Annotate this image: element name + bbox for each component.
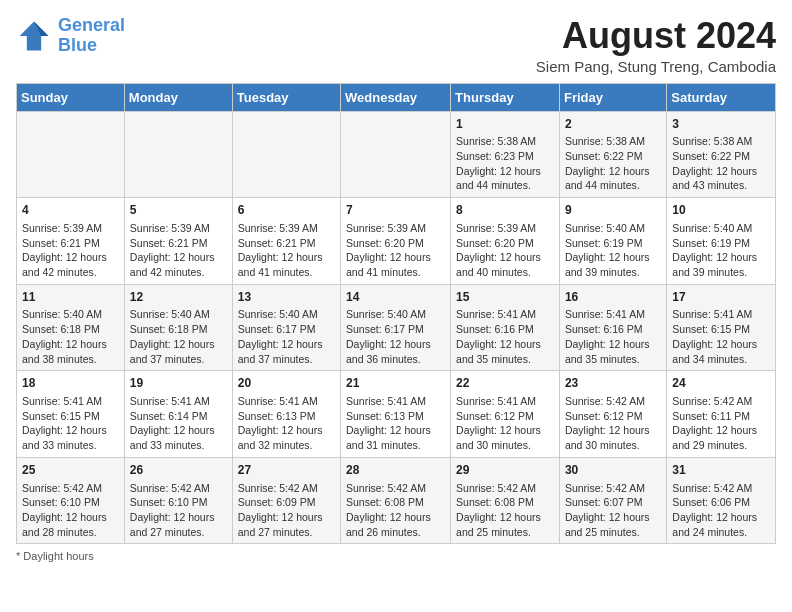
day-cell: 26Sunrise: 5:42 AM Sunset: 6:10 PM Dayli… (124, 457, 232, 544)
day-info: Sunrise: 5:41 AM Sunset: 6:15 PM Dayligh… (22, 394, 119, 453)
day-cell: 31Sunrise: 5:42 AM Sunset: 6:06 PM Dayli… (667, 457, 776, 544)
day-cell: 19Sunrise: 5:41 AM Sunset: 6:14 PM Dayli… (124, 371, 232, 458)
day-cell: 15Sunrise: 5:41 AM Sunset: 6:16 PM Dayli… (451, 284, 560, 371)
day-info: Sunrise: 5:42 AM Sunset: 6:09 PM Dayligh… (238, 481, 335, 540)
column-header-friday: Friday (559, 83, 666, 111)
day-number: 11 (22, 289, 119, 306)
day-cell: 30Sunrise: 5:42 AM Sunset: 6:07 PM Dayli… (559, 457, 666, 544)
page-header: General Blue August 2024 Siem Pang, Stun… (16, 16, 776, 75)
day-info: Sunrise: 5:41 AM Sunset: 6:16 PM Dayligh… (456, 307, 554, 366)
logo: General Blue (16, 16, 125, 56)
day-info: Sunrise: 5:39 AM Sunset: 6:21 PM Dayligh… (130, 221, 227, 280)
column-header-tuesday: Tuesday (232, 83, 340, 111)
day-number: 13 (238, 289, 335, 306)
day-cell: 24Sunrise: 5:42 AM Sunset: 6:11 PM Dayli… (667, 371, 776, 458)
day-info: Sunrise: 5:38 AM Sunset: 6:23 PM Dayligh… (456, 134, 554, 193)
day-number: 9 (565, 202, 661, 219)
day-info: Sunrise: 5:42 AM Sunset: 6:10 PM Dayligh… (22, 481, 119, 540)
day-number: 21 (346, 375, 445, 392)
day-cell: 7Sunrise: 5:39 AM Sunset: 6:20 PM Daylig… (341, 198, 451, 285)
day-cell: 28Sunrise: 5:42 AM Sunset: 6:08 PM Dayli… (341, 457, 451, 544)
day-cell: 14Sunrise: 5:40 AM Sunset: 6:17 PM Dayli… (341, 284, 451, 371)
day-number: 26 (130, 462, 227, 479)
title-block: August 2024 Siem Pang, Stung Treng, Camb… (536, 16, 776, 75)
day-number: 5 (130, 202, 227, 219)
day-cell: 17Sunrise: 5:41 AM Sunset: 6:15 PM Dayli… (667, 284, 776, 371)
day-cell: 9Sunrise: 5:40 AM Sunset: 6:19 PM Daylig… (559, 198, 666, 285)
day-number: 23 (565, 375, 661, 392)
day-info: Sunrise: 5:42 AM Sunset: 6:11 PM Dayligh… (672, 394, 770, 453)
day-cell: 4Sunrise: 5:39 AM Sunset: 6:21 PM Daylig… (17, 198, 125, 285)
day-cell (124, 111, 232, 198)
day-number: 31 (672, 462, 770, 479)
day-cell (341, 111, 451, 198)
day-info: Sunrise: 5:39 AM Sunset: 6:21 PM Dayligh… (22, 221, 119, 280)
day-info: Sunrise: 5:39 AM Sunset: 6:20 PM Dayligh… (456, 221, 554, 280)
day-number: 3 (672, 116, 770, 133)
day-info: Sunrise: 5:42 AM Sunset: 6:08 PM Dayligh… (456, 481, 554, 540)
day-cell (232, 111, 340, 198)
day-cell: 5Sunrise: 5:39 AM Sunset: 6:21 PM Daylig… (124, 198, 232, 285)
day-cell: 3Sunrise: 5:38 AM Sunset: 6:22 PM Daylig… (667, 111, 776, 198)
day-number: 24 (672, 375, 770, 392)
week-row-3: 11Sunrise: 5:40 AM Sunset: 6:18 PM Dayli… (17, 284, 776, 371)
day-number: 2 (565, 116, 661, 133)
day-info: Sunrise: 5:42 AM Sunset: 6:08 PM Dayligh… (346, 481, 445, 540)
day-cell: 22Sunrise: 5:41 AM Sunset: 6:12 PM Dayli… (451, 371, 560, 458)
day-cell: 16Sunrise: 5:41 AM Sunset: 6:16 PM Dayli… (559, 284, 666, 371)
day-number: 18 (22, 375, 119, 392)
column-header-sunday: Sunday (17, 83, 125, 111)
day-number: 28 (346, 462, 445, 479)
day-number: 12 (130, 289, 227, 306)
day-info: Sunrise: 5:40 AM Sunset: 6:19 PM Dayligh… (565, 221, 661, 280)
day-info: Sunrise: 5:38 AM Sunset: 6:22 PM Dayligh… (672, 134, 770, 193)
day-number: 14 (346, 289, 445, 306)
column-header-saturday: Saturday (667, 83, 776, 111)
footer-note: * Daylight hours (16, 550, 776, 562)
day-info: Sunrise: 5:38 AM Sunset: 6:22 PM Dayligh… (565, 134, 661, 193)
logo-icon (16, 18, 52, 54)
day-info: Sunrise: 5:41 AM Sunset: 6:13 PM Dayligh… (346, 394, 445, 453)
day-number: 1 (456, 116, 554, 133)
day-number: 15 (456, 289, 554, 306)
day-number: 29 (456, 462, 554, 479)
day-number: 22 (456, 375, 554, 392)
logo-line2: Blue (58, 35, 97, 55)
day-number: 27 (238, 462, 335, 479)
day-number: 19 (130, 375, 227, 392)
day-info: Sunrise: 5:40 AM Sunset: 6:17 PM Dayligh… (346, 307, 445, 366)
day-info: Sunrise: 5:42 AM Sunset: 6:12 PM Dayligh… (565, 394, 661, 453)
week-row-1: 1Sunrise: 5:38 AM Sunset: 6:23 PM Daylig… (17, 111, 776, 198)
day-info: Sunrise: 5:40 AM Sunset: 6:18 PM Dayligh… (130, 307, 227, 366)
day-info: Sunrise: 5:42 AM Sunset: 6:07 PM Dayligh… (565, 481, 661, 540)
day-number: 25 (22, 462, 119, 479)
day-cell: 6Sunrise: 5:39 AM Sunset: 6:21 PM Daylig… (232, 198, 340, 285)
day-number: 16 (565, 289, 661, 306)
day-number: 10 (672, 202, 770, 219)
day-info: Sunrise: 5:41 AM Sunset: 6:13 PM Dayligh… (238, 394, 335, 453)
day-cell: 23Sunrise: 5:42 AM Sunset: 6:12 PM Dayli… (559, 371, 666, 458)
day-cell: 20Sunrise: 5:41 AM Sunset: 6:13 PM Dayli… (232, 371, 340, 458)
calendar-header: SundayMondayTuesdayWednesdayThursdayFrid… (17, 83, 776, 111)
day-cell: 2Sunrise: 5:38 AM Sunset: 6:22 PM Daylig… (559, 111, 666, 198)
column-header-monday: Monday (124, 83, 232, 111)
week-row-4: 18Sunrise: 5:41 AM Sunset: 6:15 PM Dayli… (17, 371, 776, 458)
column-header-wednesday: Wednesday (341, 83, 451, 111)
day-cell: 12Sunrise: 5:40 AM Sunset: 6:18 PM Dayli… (124, 284, 232, 371)
logo-text: General Blue (58, 16, 125, 56)
day-cell: 10Sunrise: 5:40 AM Sunset: 6:19 PM Dayli… (667, 198, 776, 285)
week-row-5: 25Sunrise: 5:42 AM Sunset: 6:10 PM Dayli… (17, 457, 776, 544)
day-cell: 29Sunrise: 5:42 AM Sunset: 6:08 PM Dayli… (451, 457, 560, 544)
day-info: Sunrise: 5:41 AM Sunset: 6:16 PM Dayligh… (565, 307, 661, 366)
day-cell: 13Sunrise: 5:40 AM Sunset: 6:17 PM Dayli… (232, 284, 340, 371)
day-number: 17 (672, 289, 770, 306)
logo-line1: General (58, 15, 125, 35)
day-info: Sunrise: 5:41 AM Sunset: 6:12 PM Dayligh… (456, 394, 554, 453)
day-info: Sunrise: 5:40 AM Sunset: 6:18 PM Dayligh… (22, 307, 119, 366)
week-row-2: 4Sunrise: 5:39 AM Sunset: 6:21 PM Daylig… (17, 198, 776, 285)
day-number: 8 (456, 202, 554, 219)
calendar-body: 1Sunrise: 5:38 AM Sunset: 6:23 PM Daylig… (17, 111, 776, 544)
footer-note-text: Daylight hours (23, 550, 93, 562)
day-cell: 1Sunrise: 5:38 AM Sunset: 6:23 PM Daylig… (451, 111, 560, 198)
calendar-title: August 2024 (536, 16, 776, 56)
